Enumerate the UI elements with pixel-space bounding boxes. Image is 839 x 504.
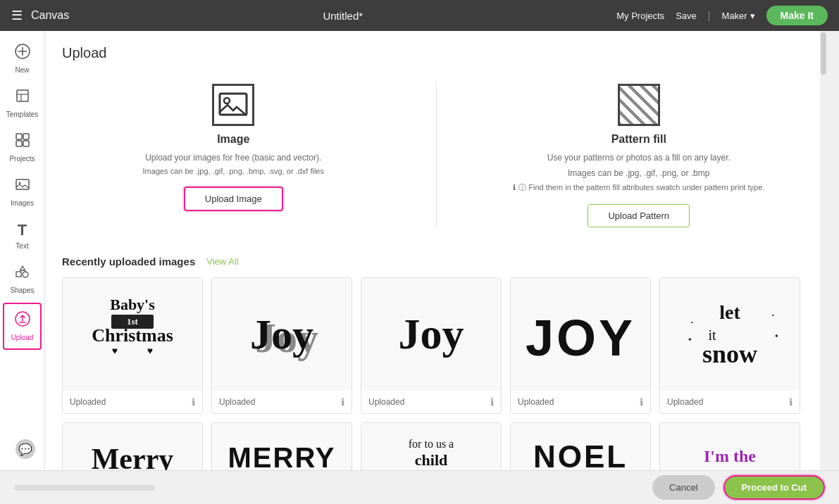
image-thumb-8[interactable]: for to us a child [361,423,501,470]
svg-text:child: child [415,451,447,469]
image-upload-option: Image Upload your images for free (basic… [59,70,408,241]
image-card-8: for to us a child [361,422,502,470]
svg-text:snow: snow [702,340,757,368]
image-option-desc2: Images can be .jpg, .gif, .png, .bmp, .s… [143,167,324,175]
images-icon [15,177,30,196]
image-thumb-4[interactable]: JOY [511,278,650,391]
svg-rect-11 [16,272,21,277]
options-divider [436,84,437,227]
image-thumb-7[interactable]: MERRY [212,423,352,470]
sidebar-item-label: Upload [11,334,34,341]
sidebar-item-projects[interactable]: Projects [0,125,44,170]
templates-icon [15,88,30,108]
pattern-option-desc2: Images can be .jpg, .gif, .png, or .bmp [568,167,709,179]
svg-text:Baby's: Baby's [110,296,155,313]
upload-options: Image Upload your images for free (basic… [45,70,827,241]
image-card-6: Merry [62,422,203,470]
svg-text:Christmas: Christmas [92,325,173,346]
uploaded-label-4: Uploaded [518,397,554,407]
svg-text:•: • [772,312,774,318]
make-it-button[interactable]: Make It [766,6,828,25]
svg-text:for to us a: for to us a [409,438,454,450]
image-card-7: MERRY [211,422,352,470]
svg-point-14 [224,98,230,103]
uploaded-label-3: Uploaded [368,397,404,407]
sidebar-item-shapes[interactable]: Shapes [0,257,44,301]
svg-text:♥: ♥ [112,345,118,356]
image-card-footer-1: Uploaded ℹ [63,391,202,413]
menu-icon[interactable]: ☰ [11,8,23,23]
info-icon: ℹ [513,183,516,192]
upload-image-button[interactable]: Upload Image [184,187,283,211]
sidebar-item-upload[interactable]: Upload [3,303,42,350]
proceed-button[interactable]: Proceed to Cut [723,475,825,500]
svg-text:Joy: Joy [250,311,313,358]
pattern-option-desc1: Use your patterns or photos as a fill on… [547,151,731,164]
pattern-upload-option: Pattern fill Use your patterns or photos… [465,70,814,241]
view-all-link[interactable]: View All [206,256,238,267]
svg-rect-4 [16,134,22,139]
image-card-3: Joy Uploaded ℹ [361,277,502,414]
sidebar-item-templates[interactable]: Templates [0,81,44,125]
svg-point-10 [23,272,28,277]
image-thumb-10[interactable]: I'm the [660,423,800,470]
image-card-9: NOEL [510,422,651,470]
sidebar-item-label: Templates [6,111,39,118]
pattern-fill-icon [618,84,660,126]
maker-button[interactable]: Maker ▾ [721,11,754,21]
sidebar-item-new[interactable]: New [0,37,44,81]
feedback-button[interactable]: 💬 [15,439,35,459]
svg-rect-8 [16,179,29,189]
recently-title: Recently uploaded images [62,256,195,267]
image-card-5: let it snow •• ✦✦ Uploaded ℹ [659,277,800,414]
sidebar-item-label: Text [15,242,28,250]
divider: | [708,10,711,21]
svg-text:✦: ✦ [688,336,692,343]
svg-text:Merry: Merry [92,443,174,470]
info-icon-4[interactable]: ℹ [640,396,643,408]
info-icon-5[interactable]: ℹ [789,396,793,408]
progress-bar [14,485,155,491]
sidebar-item-label: Images [11,199,34,207]
svg-rect-7 [23,141,29,146]
scrollbar[interactable] [820,31,827,470]
document-title[interactable]: Untitled* [323,10,363,22]
pattern-option-note: ℹ ⓘ Find them in the pattern fill attrib… [513,182,764,193]
image-thumb-9[interactable]: NOEL [511,423,650,470]
chevron-down-icon: ▾ [750,11,755,21]
svg-text:✦: ✦ [774,333,779,339]
svg-rect-6 [16,141,22,146]
image-option-desc1: Upload your images for free (basic and v… [145,151,321,164]
image-thumb-5[interactable]: let it snow •• ✦✦ [660,278,800,391]
scrollbar-thumb[interactable] [821,32,826,75]
new-icon [15,44,30,63]
image-thumb-2[interactable]: Joy Joy [212,278,352,391]
uploaded-label-1: Uploaded [70,397,106,407]
sidebar-item-images[interactable]: Images [0,170,44,214]
image-card-footer-5: Uploaded ℹ [660,391,800,413]
svg-text:MERRY: MERRY [228,442,336,470]
topbar: ☰ Canvas Untitled* My Projects Save | Ma… [0,0,839,31]
image-thumb-3[interactable]: Joy [361,278,501,391]
info-icon-1[interactable]: ℹ [192,396,195,408]
shapes-icon [15,264,30,284]
uploaded-label-5: Uploaded [667,397,703,407]
upload-pattern-button[interactable]: Upload Pattern [588,204,690,227]
my-projects-link[interactable]: My Projects [616,11,664,21]
image-card-footer-3: Uploaded ℹ [361,391,501,413]
info-icon-3[interactable]: ℹ [490,396,494,408]
svg-text:Joy: Joy [399,310,464,358]
cancel-button[interactable]: Cancel [652,475,714,500]
pattern-option-title: Pattern fill [611,133,666,146]
sidebar-item-text[interactable]: T Text [0,214,44,257]
save-link[interactable]: Save [676,11,697,21]
bottom-bar: Cancel Proceed to Cut [0,470,839,504]
upload-panel: Upload Image Upload your images for free… [45,31,827,470]
info-icon-2[interactable]: ℹ [341,396,344,408]
image-placeholder-icon [212,84,254,126]
bottom-actions: Cancel Proceed to Cut [652,475,825,500]
upload-icon [15,311,30,331]
image-thumb-1[interactable]: Baby's 1st Christmas ♥ ♥ [63,278,202,391]
image-card-footer-2: Uploaded ℹ [212,391,352,413]
image-thumb-6[interactable]: Merry [63,423,202,470]
